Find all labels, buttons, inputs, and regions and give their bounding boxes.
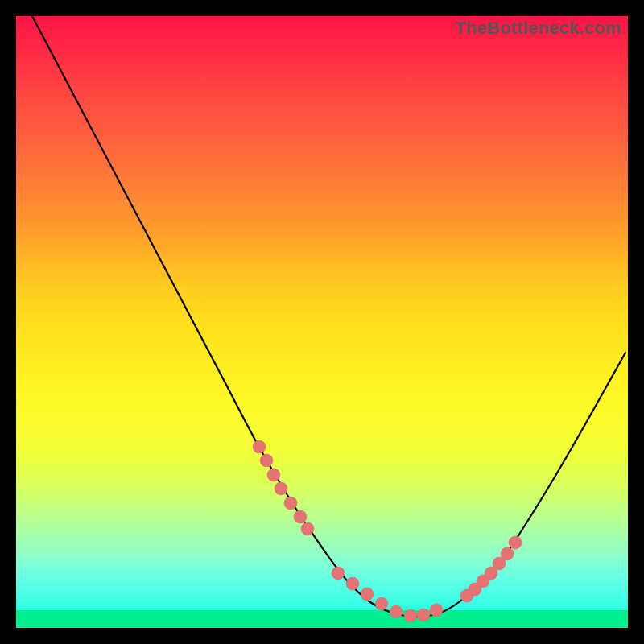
marker-dot [375,597,388,610]
bottleneck-curve [32,16,625,617]
marker-dot [301,522,314,535]
chart-frame: TheBottleneck.com [0,0,644,644]
marker-dots [253,440,522,622]
marker-dot [253,440,266,453]
marker-dot [404,609,417,622]
marker-dot [294,510,307,523]
curve-layer [16,16,628,628]
marker-dot [390,605,402,618]
marker-dot [346,577,359,590]
marker-dot [275,482,287,495]
marker-dot [417,609,430,621]
marker-dot [332,567,345,580]
marker-dot [361,588,374,601]
marker-dot [260,454,273,467]
marker-dot [267,469,280,481]
marker-dot [430,604,443,617]
marker-dot [501,547,514,560]
marker-dot [284,497,297,510]
marker-dot [509,536,522,549]
plot-area: TheBottleneck.com [16,16,628,628]
